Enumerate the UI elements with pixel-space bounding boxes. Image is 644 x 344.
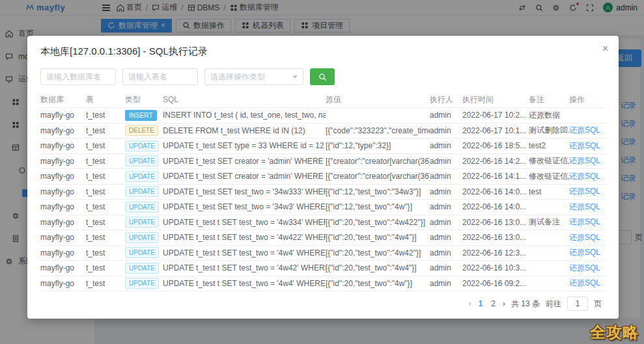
- cell-operation: 还原SQL: [569, 140, 606, 152]
- cell-database: mayfly-go: [40, 157, 86, 166]
- column-header: SQL: [163, 95, 326, 104]
- cell-table: t_test: [86, 218, 125, 227]
- page-numbers: 12: [477, 299, 497, 308]
- cell-old-value: [{"creator":"creator[varchar(36)][not ..…: [326, 157, 430, 166]
- cell-database: mayfly-go: [40, 233, 86, 242]
- cell-operation: 还原SQL: [569, 232, 606, 243]
- column-header: 原值: [326, 94, 430, 105]
- cell-exec-time: 2022-06-16 14:0...: [462, 187, 529, 196]
- cell-old-value: [{"code":"323223","create_time":"20...: [326, 126, 430, 135]
- table-row: mayfly-got_testDELETEDELETE FROM t_test …: [40, 124, 606, 139]
- page-label: 页: [594, 298, 602, 310]
- cell-table: t_test: [86, 263, 125, 272]
- cell-exec-time: 2022-06-16 10:3...: [462, 263, 529, 272]
- cell-old-value: [{"id":12,"test_two":"4w"}]: [326, 202, 430, 211]
- sql-record-dialog: 本地库[127.0.0.1:3306] - SQL执行记录 × 请选择操作类型 …: [27, 36, 619, 319]
- cell-table: t_test: [86, 172, 125, 181]
- cell-database: mayfly-go: [40, 111, 86, 120]
- cell-sql: UPDATE t_test t SET test_two = '4w422' W…: [163, 233, 326, 242]
- table-row: mayfly-got_testUPDATEUPDATE t_test SET c…: [40, 154, 606, 170]
- column-header: 执行人: [430, 94, 462, 105]
- cell-old-value: [{"id":20,"test_two":"4w4"}]: [326, 263, 430, 272]
- cell-type: UPDATE: [125, 217, 163, 228]
- cell-operation: 还原SQL: [569, 186, 606, 197]
- restore-sql-link[interactable]: 还原SQL: [569, 187, 600, 196]
- cell-operation: 还原SQL: [569, 278, 606, 289]
- type-badge: INSERT: [125, 110, 157, 121]
- restore-sql-link[interactable]: 还原SQL: [569, 172, 600, 181]
- search-button[interactable]: [310, 68, 335, 85]
- restore-sql-link[interactable]: 还原SQL: [569, 233, 600, 242]
- table-row: mayfly-got_testINSERTINSERT INTO t_test …: [40, 108, 606, 124]
- close-icon[interactable]: ×: [602, 44, 608, 54]
- search-icon: [318, 73, 327, 81]
- restore-sql-link[interactable]: 还原SQL: [569, 141, 600, 150]
- column-header: 操作: [569, 94, 606, 105]
- cell-type: UPDATE: [125, 232, 163, 243]
- cell-database: mayfly-go: [40, 263, 86, 272]
- cell-type: UPDATE: [125, 171, 163, 182]
- restore-sql-link[interactable]: 还原SQL: [569, 278, 600, 287]
- cell-old-value: [{"id":20,"test_two":"4w"}]: [326, 279, 430, 288]
- cell-executor: admin: [430, 157, 462, 166]
- cell-remark: 测试删除回...: [529, 125, 569, 136]
- cell-exec-time: 2022-06-16 13:0...: [462, 218, 529, 227]
- cell-sql: UPDATE t_test SET creator = 'admin' WHER…: [163, 172, 326, 181]
- restore-sql-link[interactable]: 还原SQL: [569, 156, 600, 165]
- table-name-input[interactable]: [122, 68, 198, 85]
- table-row: mayfly-got_testUPDATEUPDATE t_test SET t…: [40, 200, 606, 215]
- restore-sql-link[interactable]: 还原SQL: [569, 263, 600, 272]
- cell-exec-time: 2022-06-16 13:0...: [462, 233, 529, 242]
- type-badge: UPDATE: [125, 186, 159, 197]
- cell-database: mayfly-go: [40, 187, 86, 196]
- restore-sql-link[interactable]: 还原SQL: [569, 202, 600, 211]
- cell-database: mayfly-go: [40, 141, 86, 150]
- next-page-icon[interactable]: ›: [503, 299, 505, 308]
- restore-sql-link[interactable]: 还原SQL: [569, 248, 600, 257]
- cell-type: DELETE: [125, 125, 163, 136]
- total-count: 共 13 条: [511, 298, 540, 310]
- table-row: mayfly-got_testUPDATEUPDATE t_test SET t…: [40, 139, 606, 154]
- cell-exec-time: 2022-06-17 10:1...: [462, 126, 529, 135]
- cell-remark: 修改链证信息: [529, 171, 569, 182]
- column-header: 数据库: [40, 94, 86, 105]
- column-header: 表: [86, 94, 125, 105]
- cell-exec-time: 2022-06-16 12:3...: [462, 248, 529, 258]
- cell-executor: admin: [430, 172, 462, 181]
- cell-operation: 还原SQL: [569, 202, 606, 213]
- cell-executor: admin: [430, 141, 462, 150]
- type-badge: UPDATE: [125, 278, 159, 289]
- restore-sql-link[interactable]: 还原SQL: [569, 217, 600, 226]
- goto-page-input[interactable]: [567, 297, 588, 311]
- cell-table: t_test: [86, 187, 125, 196]
- type-badge: UPDATE: [125, 171, 159, 182]
- filter-bar: 请选择操作类型: [27, 63, 619, 92]
- cell-old-value: [{"id":20,"test_two":"4w4"}]: [326, 233, 430, 242]
- cell-table: t_test: [86, 126, 125, 135]
- app-root: mayfly 首页/运维/DBMS/数据库管理 Aadmin 数据库管理×数据操…: [0, 0, 644, 344]
- cell-operation: 还原SQL: [569, 155, 606, 166]
- table-header-row: 数据库表类型SQL原值执行人执行时间备注操作: [40, 92, 606, 108]
- table-row: mayfly-got_testUPDATEUPDATE t_test t SET…: [40, 246, 606, 261]
- cell-remark: test2: [529, 141, 569, 150]
- cell-sql: INSERT INTO t_test ( id, test_one, test_…: [163, 111, 326, 120]
- prev-page-icon[interactable]: ‹: [469, 299, 471, 308]
- column-header: 执行时间: [462, 94, 529, 105]
- page-number-1[interactable]: 1: [477, 299, 484, 308]
- chevron-down-icon: [292, 75, 298, 79]
- cell-exec-time: 2022-06-16 14:2...: [462, 157, 529, 166]
- cell-sql: UPDATE t_test t SET test_two = '4w4' WHE…: [163, 248, 326, 258]
- page-number-2[interactable]: 2: [490, 299, 497, 308]
- cell-sql: UPDATE t_test SET type = 33 WHERE id = 1…: [163, 141, 326, 150]
- type-badge: UPDATE: [125, 247, 159, 258]
- restore-sql-link[interactable]: 还原SQL: [569, 126, 600, 135]
- cell-type: INSERT: [125, 110, 163, 121]
- database-name-input[interactable]: [40, 68, 116, 85]
- cell-executor: admin: [430, 248, 462, 258]
- cell-old-value: [{"id":20,"test_two":"4w422"}]: [326, 218, 430, 227]
- cell-executor: admin: [430, 202, 462, 211]
- operation-type-select[interactable]: 请选择操作类型: [204, 68, 303, 85]
- cell-table: t_test: [86, 202, 125, 211]
- cell-table: t_test: [86, 111, 125, 120]
- cell-exec-time: 2022-06-16 14:1...: [462, 172, 529, 181]
